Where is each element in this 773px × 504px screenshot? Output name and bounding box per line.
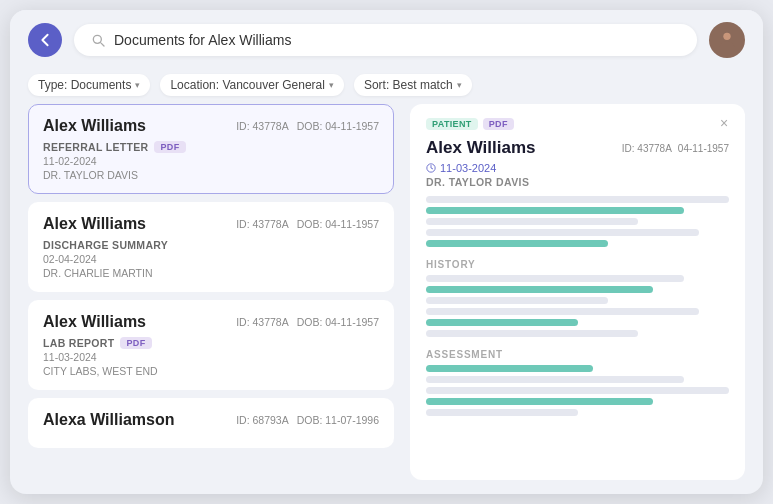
history-line [426,308,699,315]
assessment-lines [426,365,729,416]
patient-name: Alex Williams [43,215,146,233]
assessment-line [426,387,729,394]
patient-badge: PATIENT [426,118,478,130]
filter-sort-label: Sort: Best match [364,78,453,92]
search-input[interactable] [114,32,681,48]
clock-icon [426,163,436,173]
result-card-3[interactable]: Alexa Williamson ID: 68793A DOB: 11-07-1… [28,398,394,448]
card-ids: ID: 68793A DOB: 11-07-1996 [236,414,379,426]
history-line-accent [426,286,653,293]
search-bar[interactable] [74,24,697,56]
filter-type-label: Type: Documents [38,78,131,92]
detail-patient-name: Alex Williams [426,138,535,158]
detail-date: 11-03-2024 [440,162,496,174]
history-line-accent [426,319,578,326]
detail-doctor: DR. TAYLOR DAVIS [426,176,729,188]
chevron-down-icon: ▾ [457,80,462,90]
pdf-badge: PDF [154,141,185,153]
detail-header-row: Alex Williams ID: 43778A 04-11-1957 [426,138,729,158]
content-line [426,218,638,225]
card-meta: LAB REPORT PDF 11-03-2024 CITY LABS, WES… [43,337,379,377]
doc-date: 11-03-2024 [43,351,379,363]
detail-ids: ID: 43778A 04-11-1957 [622,143,729,154]
doc-date: 11-02-2024 [43,155,379,167]
content-line-accent [426,207,684,214]
result-card-0[interactable]: Alex Williams ID: 43778A DOB: 04-11-1957… [28,104,394,194]
doc-type: LAB REPORT [43,337,114,349]
detail-badges: PATIENT PDF [426,118,729,130]
result-card-2[interactable]: Alex Williams ID: 43778A DOB: 04-11-1957… [28,300,394,390]
assessment-line-accent [426,365,593,372]
filter-bar: Type: Documents ▾ Location: Vancouver Ge… [10,70,763,104]
history-line [426,330,638,337]
doc-date: 02-04-2024 [43,253,379,265]
result-card-1[interactable]: Alex Williams ID: 43778A DOB: 04-11-1957… [28,202,394,292]
doc-doctor: CITY LABS, WEST END [43,365,379,377]
content-line-accent [426,240,608,247]
pdf-badge: PDF [483,118,514,130]
doc-type: REFERRAL LETTER [43,141,148,153]
content-line [426,229,699,236]
avatar-icon [716,29,738,51]
history-lines [426,275,729,337]
results-list: Alex Williams ID: 43778A DOB: 04-11-1957… [28,104,398,480]
card-ids: ID: 43778A DOB: 04-11-1957 [236,120,379,132]
avatar[interactable] [709,22,745,58]
app-container: Type: Documents ▾ Location: Vancouver Ge… [10,10,763,494]
filter-type[interactable]: Type: Documents ▾ [28,74,150,96]
doc-type: DISCHARGE SUMMARY [43,239,168,251]
patient-name: Alexa Williamson [43,411,174,429]
svg-point-0 [723,33,730,40]
content-lines [426,196,729,247]
pdf-badge: PDF [120,337,151,349]
card-meta: REFERRAL LETTER PDF 11-02-2024 DR. TAYLO… [43,141,379,181]
doc-doctor: DR. CHARLIE MARTIN [43,267,379,279]
filter-location-label: Location: Vancouver General [170,78,325,92]
header [10,10,763,70]
main-content: Alex Williams ID: 43778A DOB: 04-11-1957… [10,104,763,494]
card-ids: ID: 43778A DOB: 04-11-1957 [236,316,379,328]
content-line [426,196,729,203]
card-ids: ID: 43778A DOB: 04-11-1957 [236,218,379,230]
chevron-down-icon: ▾ [329,80,334,90]
assessment-line-accent [426,398,653,405]
card-meta: DISCHARGE SUMMARY 02-04-2024 DR. CHARLIE… [43,239,379,279]
detail-date-row: 11-03-2024 [426,162,729,174]
filter-sort[interactable]: Sort: Best match ▾ [354,74,472,96]
detail-panel: × PATIENT PDF Alex Williams ID: 43778A 0… [410,104,745,480]
history-line [426,297,608,304]
patient-name: Alex Williams [43,117,146,135]
assessment-label: ASSESSMENT [426,349,729,360]
assessment-line [426,376,684,383]
patient-name: Alex Williams [43,313,146,331]
back-button[interactable] [28,23,62,57]
history-label: HISTORY [426,259,729,270]
chevron-down-icon: ▾ [135,80,140,90]
history-line [426,275,684,282]
doc-doctor: DR. TAYLOR DAVIS [43,169,379,181]
filter-location[interactable]: Location: Vancouver General ▾ [160,74,344,96]
search-icon [90,32,106,48]
close-button[interactable]: × [715,114,733,132]
assessment-line [426,409,578,416]
